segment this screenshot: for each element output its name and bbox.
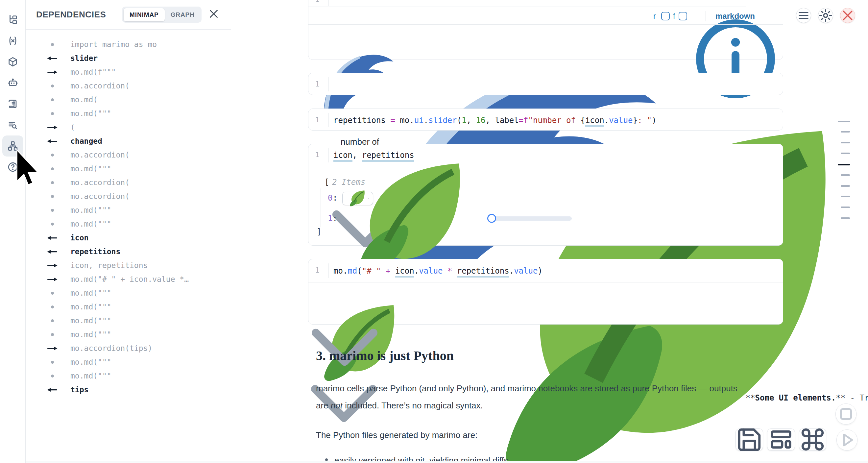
- dependency-item-label: mo.md(""": [70, 109, 112, 118]
- cell-markdown-header[interactable]: 1 **Some UI elements.** - Try interactin…: [308, 0, 783, 60]
- dependency-item-21[interactable]: mo.md(""": [26, 314, 230, 328]
- cell-slider-code[interactable]: 1 repetitions = mo.ui.slider(1, 16, labe…: [308, 109, 783, 130]
- dependency-item-label: changed: [70, 137, 102, 145]
- references-arrow-icon: [45, 264, 60, 268]
- close-icon: [208, 8, 220, 21]
- logs-icon: [7, 119, 19, 130]
- rail-variables-button[interactable]: [2, 30, 23, 51]
- cell-dot-marker: [45, 292, 60, 295]
- minimap-cell-marker[interactable]: [841, 217, 850, 219]
- play-icon: [837, 430, 857, 450]
- dependency-item-19[interactable]: mo.md(""": [26, 286, 230, 300]
- close-panel-button[interactable]: [208, 8, 220, 21]
- language-toggle[interactable]: markdown: [715, 11, 755, 21]
- rail-packages-button[interactable]: [2, 51, 23, 72]
- dependency-item-label: mo.md(""": [70, 289, 112, 297]
- minimap-cell-marker[interactable]: [841, 142, 850, 143]
- dependency-item-14[interactable]: mo.md(""": [26, 217, 230, 231]
- dependency-item-10[interactable]: mo.md(""": [26, 162, 230, 176]
- minimap-cell-marker[interactable]: [841, 207, 850, 208]
- view-mode-toggle: MINIMAP GRAPH: [122, 7, 202, 23]
- rail-help-button[interactable]: [2, 157, 23, 178]
- references-arrow-icon: [45, 70, 60, 74]
- layout-button[interactable]: [767, 429, 795, 451]
- rail-file-tree-button[interactable]: [2, 9, 23, 30]
- minimap-cell-marker[interactable]: [841, 174, 850, 176]
- dependency-item-23[interactable]: mo.accordion(tips): [26, 341, 230, 355]
- dependency-item-8[interactable]: changed: [26, 134, 230, 148]
- packages-icon: [7, 56, 19, 67]
- dependency-item-24[interactable]: mo.md(""": [26, 355, 230, 369]
- dependency-item-7[interactable]: (: [26, 120, 230, 134]
- cell-dot-marker: [45, 333, 60, 336]
- tab-graph[interactable]: GRAPH: [165, 8, 200, 21]
- minimap-cell-marker[interactable]: [838, 121, 850, 122]
- tab-minimap[interactable]: MINIMAP: [124, 8, 165, 21]
- minimap-cell-marker[interactable]: [841, 185, 850, 187]
- dependency-item-18[interactable]: mo.md("# " + icon.value *…: [26, 272, 230, 286]
- dependency-item-label: mo.md(: [70, 95, 98, 104]
- references-arrow-icon: [45, 346, 60, 350]
- minimap-cell-marker[interactable]: [841, 131, 850, 132]
- colon: :: [333, 193, 337, 203]
- dependency-item-26[interactable]: tips: [26, 383, 230, 397]
- settings-button[interactable]: [818, 8, 833, 23]
- dependency-item-20[interactable]: mo.md(""": [26, 300, 230, 314]
- dependency-item-5[interactable]: mo.md(: [26, 93, 230, 106]
- notebook-menu-button[interactable]: [796, 8, 811, 23]
- fstring-toggle-checkbox[interactable]: [679, 12, 687, 21]
- tree-index-1: 1: [328, 214, 332, 223]
- cell-dot-marker: [45, 209, 60, 212]
- minimap-cell-marker[interactable]: [838, 164, 850, 165]
- dependency-item-25[interactable]: mo.md(""": [26, 369, 230, 383]
- code-slider[interactable]: repetitions = mo.ui.slider(1, 16, label=…: [333, 115, 657, 126]
- dependency-item-11[interactable]: mo.accordion(: [26, 176, 230, 189]
- dependencies-icon: [7, 141, 19, 152]
- rail-snippets-button[interactable]: [2, 93, 23, 115]
- gutter-divider: [329, 0, 329, 6]
- minimap-cell-marker[interactable]: [841, 196, 850, 197]
- line-number: 1: [309, 116, 319, 124]
- dependency-item-12[interactable]: mo.accordion(: [26, 189, 230, 203]
- code-md-result[interactable]: mo.md("# " + icon.value * repetitions.va…: [333, 265, 542, 277]
- slider-track[interactable]: [488, 216, 572, 221]
- rail-ai-assistant-button[interactable]: [2, 72, 23, 93]
- gutter-divider: [329, 264, 329, 278]
- dependency-item-1[interactable]: import marimo as mo: [26, 37, 230, 51]
- dependency-item-9[interactable]: mo.accordion(: [26, 148, 230, 162]
- references-arrow-icon: [45, 277, 60, 281]
- dependency-item-2[interactable]: slider: [26, 51, 230, 65]
- menu-icon: [796, 8, 811, 23]
- dependency-item-17[interactable]: icon, repetitions: [26, 258, 230, 272]
- shortcuts-button[interactable]: [799, 429, 826, 451]
- gutter-divider: [329, 113, 329, 127]
- dependency-item-label: slider: [70, 54, 98, 62]
- dependency-item-3[interactable]: mo.md(f""": [26, 65, 230, 79]
- dependency-item-16[interactable]: repetitions: [26, 245, 230, 258]
- raw-toggle-checkbox[interactable]: [661, 12, 670, 21]
- minimap-cell-marker[interactable]: [841, 153, 850, 154]
- cell-dot-marker: [45, 98, 60, 101]
- gutter-divider: [329, 148, 329, 162]
- panel-title: DEPENDENCIES: [36, 9, 106, 20]
- defines-arrow-icon: [45, 250, 60, 254]
- defines-arrow-icon: [45, 139, 60, 143]
- dependency-item-6[interactable]: mo.md(""": [26, 106, 230, 120]
- rail-dependencies-button[interactable]: [2, 135, 23, 157]
- save-button[interactable]: [736, 429, 763, 451]
- cell-dot-marker: [45, 43, 60, 46]
- cell-dot-marker: [45, 181, 60, 184]
- shutdown-button[interactable]: [840, 8, 855, 23]
- slider-knob[interactable]: [487, 214, 496, 223]
- stop-button[interactable]: [835, 403, 857, 425]
- dependency-item-13[interactable]: mo.md(""": [26, 203, 230, 217]
- cell-dropdown-code[interactable]: 1 icon = mo.ui.dropdown(["", "", ""], va…: [308, 73, 783, 95]
- rail-logs-button[interactable]: [2, 115, 23, 135]
- ai-assistant-icon: [7, 77, 19, 89]
- dependency-item-4[interactable]: mo.accordion(: [26, 79, 230, 93]
- run-button[interactable]: [836, 429, 858, 451]
- close-icon: [840, 8, 855, 23]
- dependency-item-22[interactable]: mo.md(""": [26, 328, 230, 341]
- cell-tuple[interactable]: 1 icon, repetitions [ 2 Items 0 : 1: num…: [308, 144, 783, 246]
- dependency-item-15[interactable]: icon: [26, 231, 230, 245]
